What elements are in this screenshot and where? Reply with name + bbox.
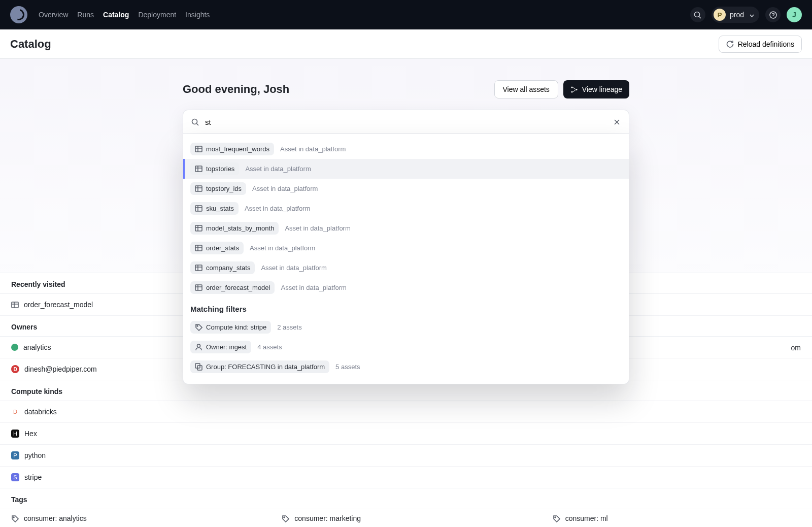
tags-heading: Tags bbox=[0, 488, 812, 509]
filter-label: Compute kind: stripe bbox=[206, 323, 266, 331]
view-lineage-button[interactable]: View lineage bbox=[563, 80, 629, 98]
group-icon bbox=[195, 363, 202, 371]
tag-row[interactable]: consumer: marketing bbox=[270, 509, 541, 527]
search-input[interactable] bbox=[205, 118, 607, 126]
nav-tab-overview[interactable]: Overview bbox=[39, 11, 68, 19]
compute-kind-row[interactable]: Ppython bbox=[0, 445, 812, 467]
deployment-avatar: P bbox=[714, 9, 726, 21]
nav-tabs: OverviewRunsCatalogDeploymentInsights bbox=[39, 11, 210, 19]
chevron-down-icon bbox=[748, 12, 754, 18]
compute-kind-icon: H bbox=[11, 430, 19, 438]
table-icon bbox=[195, 185, 202, 192]
filter-label: Group: FORECASTING in data_platform bbox=[206, 363, 325, 371]
tag-row[interactable]: consumer: analytics bbox=[0, 509, 270, 527]
search-dropdown: most_frequent_wordsAsset in data_platfor… bbox=[183, 134, 629, 384]
nav-tab-runs[interactable]: Runs bbox=[77, 11, 94, 19]
lineage-icon bbox=[570, 86, 578, 93]
asset-meta: Asset in data_platform bbox=[245, 205, 310, 212]
top-nav: OverviewRunsCatalogDeploymentInsights P … bbox=[0, 0, 812, 29]
owner-avatar-icon: D bbox=[11, 365, 19, 373]
search-icon bbox=[191, 118, 199, 126]
search-result-asset[interactable]: most_frequent_wordsAsset in data_platfor… bbox=[183, 139, 629, 159]
clear-search-icon[interactable] bbox=[613, 118, 621, 126]
table-icon bbox=[195, 145, 202, 153]
compute-kind-icon: S bbox=[11, 473, 19, 481]
compute-kind-name: python bbox=[24, 451, 46, 459]
app-logo[interactable] bbox=[10, 6, 27, 23]
tag-label: consumer: ml bbox=[565, 514, 608, 522]
asset-meta: Asset in data_platform bbox=[285, 224, 350, 232]
filter-meta: 5 assets bbox=[335, 363, 360, 371]
user-avatar[interactable]: J bbox=[787, 7, 802, 22]
asset-name: topstory_ids bbox=[206, 185, 242, 192]
compute-kind-row[interactable]: HHex bbox=[0, 423, 812, 445]
table-icon bbox=[11, 301, 19, 309]
matching-filters-heading: Matching filters bbox=[183, 298, 629, 317]
asset-meta: Asset in data_platform bbox=[281, 284, 346, 291]
owner-dot-icon bbox=[11, 344, 18, 351]
search-result-asset[interactable]: sku_statsAsset in data_platform bbox=[183, 199, 629, 218]
asset-meta: Asset in data_platform bbox=[252, 185, 318, 192]
asset-name: sku_stats bbox=[206, 205, 234, 212]
search-icon[interactable] bbox=[690, 7, 705, 22]
search-result-filter[interactable]: Compute kind: stripe2 assets bbox=[183, 317, 629, 337]
owner-name: dinesh@piedpiper.com bbox=[24, 365, 97, 373]
compute-kind-name: stripe bbox=[24, 473, 42, 481]
asset-meta: Asset in data_platform bbox=[245, 165, 311, 173]
tag-icon bbox=[282, 515, 289, 522]
search-result-asset[interactable]: company_statsAsset in data_platform bbox=[183, 258, 629, 278]
compute-kind-icon: P bbox=[11, 451, 19, 459]
nav-tab-catalog[interactable]: Catalog bbox=[103, 11, 129, 19]
help-icon[interactable] bbox=[765, 7, 781, 22]
table-icon bbox=[195, 244, 202, 252]
asset-name: order_forecast_model bbox=[206, 284, 270, 291]
search-result-asset[interactable]: order_statsAsset in data_platform bbox=[183, 238, 629, 258]
filter-meta: 2 assets bbox=[277, 323, 301, 331]
table-icon bbox=[195, 205, 202, 212]
asset-name: most_frequent_words bbox=[206, 145, 269, 153]
search-result-asset[interactable]: order_forecast_modelAsset in data_platfo… bbox=[183, 278, 629, 298]
asset-name: company_stats bbox=[206, 264, 250, 272]
search-result-filter[interactable]: Group: FORECASTING in data_platform5 ass… bbox=[183, 357, 629, 377]
owners-overflow-text: om bbox=[791, 344, 801, 352]
nav-tab-deployment[interactable]: Deployment bbox=[138, 11, 176, 19]
compute-kind-name: Hex bbox=[24, 430, 37, 438]
asset-meta: Asset in data_platform bbox=[250, 244, 315, 252]
tag-icon bbox=[11, 515, 19, 522]
search-result-asset[interactable]: topstoriesAsset in data_platform bbox=[183, 159, 629, 179]
tag-icon bbox=[553, 515, 560, 522]
view-all-assets-button[interactable]: View all assets bbox=[494, 80, 558, 98]
table-icon bbox=[195, 165, 202, 173]
asset-meta: Asset in data_platform bbox=[280, 145, 346, 153]
nav-tab-insights[interactable]: Insights bbox=[185, 11, 210, 19]
owner-icon bbox=[195, 343, 202, 351]
reload-definitions-button[interactable]: Reload definitions bbox=[719, 36, 802, 53]
hero-section: Good evening, Josh View all assets View … bbox=[0, 59, 812, 273]
tag-label: consumer: analytics bbox=[24, 514, 87, 522]
table-icon bbox=[195, 224, 202, 232]
asset-name: order_stats bbox=[206, 244, 239, 252]
search-result-asset[interactable]: model_stats_by_monthAsset in data_platfo… bbox=[183, 218, 629, 238]
page-title: Catalog bbox=[10, 38, 51, 51]
compute-kind-name: databricks bbox=[24, 408, 57, 416]
asset-name: model_stats_by_month bbox=[206, 224, 274, 232]
filter-label: Owner: ingest bbox=[206, 343, 247, 351]
deployment-selector[interactable]: P prod bbox=[712, 7, 759, 23]
tag-row[interactable]: consumer: ml bbox=[542, 509, 812, 527]
compute-kind-row[interactable]: Ddatabricks bbox=[0, 401, 812, 423]
search-result-filter[interactable]: Owner: ingest4 assets bbox=[183, 337, 629, 357]
greeting-text: Good evening, Josh bbox=[183, 83, 289, 96]
search-result-asset[interactable]: topstory_idsAsset in data_platform bbox=[183, 179, 629, 199]
page-subheader: Catalog Reload definitions bbox=[0, 29, 812, 59]
tag-icon bbox=[195, 323, 202, 331]
search-box bbox=[183, 110, 629, 134]
asset-name: topstories bbox=[206, 165, 234, 173]
tag-label: consumer: marketing bbox=[294, 514, 361, 522]
owner-name: analytics bbox=[23, 343, 51, 351]
deployment-label: prod bbox=[730, 11, 744, 19]
table-icon bbox=[195, 284, 202, 291]
compute-kind-row[interactable]: Sstripe bbox=[0, 467, 812, 488]
filter-meta: 4 assets bbox=[257, 343, 282, 351]
asset-meta: Asset in data_platform bbox=[261, 264, 326, 272]
compute-kind-icon: D bbox=[11, 408, 19, 416]
